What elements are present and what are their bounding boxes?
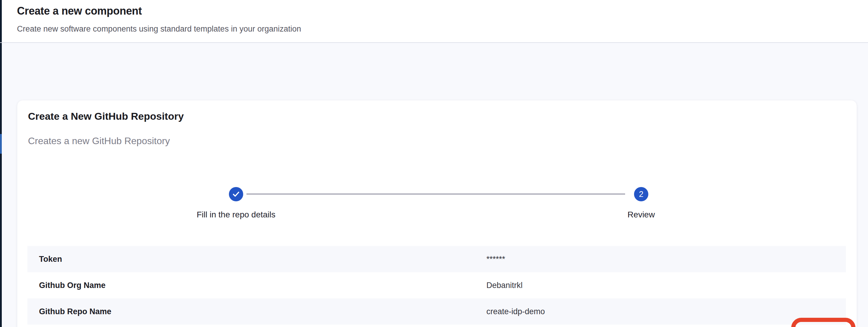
table-row-github-org-name: Github Org Name Debanitrkl (27, 272, 846, 298)
check-icon (232, 190, 240, 198)
page-subtitle: Create new software components using sta… (17, 24, 301, 34)
page-header: Create a new component Create new softwa… (2, 0, 868, 42)
template-wizard-card: Create a New GitHub Repository Creates a… (17, 100, 857, 327)
step-1-indicator-completed (229, 187, 243, 201)
template-description: Creates a new GitHub Repository (28, 136, 170, 147)
stepper-connector (246, 194, 625, 195)
step-2-label: Review (567, 210, 716, 219)
row-value: ****** (486, 255, 846, 264)
row-value: Debanitrkl (486, 281, 846, 290)
page-title: Create a new component (17, 5, 142, 17)
table-row-token: Token ****** (27, 246, 846, 272)
template-title: Create a New GitHub Repository (28, 111, 184, 122)
review-table: Token ****** Github Org Name Debanitrkl … (27, 246, 846, 325)
row-label: Token (27, 255, 486, 264)
content-area: Create a New GitHub Repository Creates a… (2, 43, 868, 327)
row-value: create-idp-demo (486, 307, 846, 316)
step-1-label: Fill in the repo details (162, 210, 310, 219)
row-label: Github Repo Name (27, 307, 486, 316)
create-component-page: { "colors": { "sidebar_dark": "#0e1c2e",… (0, 0, 868, 327)
row-label: Github Org Name (27, 281, 486, 290)
step-2-indicator-active: 2 (634, 187, 648, 201)
step-2-number: 2 (639, 190, 643, 198)
table-row-github-repo-name: Github Repo Name create-idp-demo (27, 298, 846, 325)
